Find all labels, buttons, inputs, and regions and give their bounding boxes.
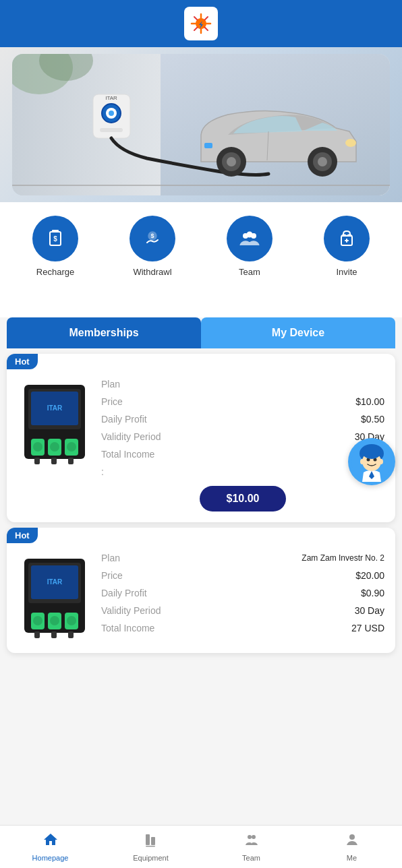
svg-point-27	[345, 139, 356, 147]
plan-card-2: Hot ITAR Plan Zam Zam Investr No. 2 Pric…	[7, 528, 395, 653]
plan-1-profit-row: Daily Profit $0.50	[101, 410, 384, 428]
plan-1-note-row: :	[101, 463, 384, 480]
svg-line-8	[194, 28, 198, 31]
svg-rect-53	[68, 458, 74, 464]
svg-rect-65	[51, 631, 57, 638]
me-nav-label: Me	[347, 854, 357, 862]
svg-point-25	[318, 157, 327, 166]
svg-line-7	[205, 17, 208, 20]
svg-rect-66	[68, 631, 74, 638]
svg-rect-77	[151, 837, 155, 845]
svg-point-37	[247, 232, 253, 238]
plan-1-buy-button[interactable]: $10.00	[200, 486, 287, 512]
homepage-icon	[42, 832, 59, 852]
withdrawl-icon: $	[130, 216, 175, 261]
invite-action[interactable]: Invite	[324, 216, 370, 277]
svg-point-22	[227, 157, 236, 166]
plan-1-income-row: Total Income 15 USD	[101, 445, 384, 463]
tab-memberships[interactable]: Memberships	[7, 317, 201, 348]
svg-text:$: $	[150, 232, 154, 239]
svg-point-80	[252, 835, 256, 839]
app-header	[0, 0, 402, 47]
svg-rect-64	[34, 631, 40, 638]
plan-2-income-row: Total Income 27 USD	[101, 619, 384, 637]
svg-rect-52	[51, 458, 57, 464]
withdrawl-label: Withdrawl	[133, 267, 171, 277]
plan-1-price-row: Price $10.00	[101, 393, 384, 410]
hot-badge-1: Hot	[7, 354, 38, 369]
plan-1-details: Plan Price $10.00 Daily Profit $0.50 Val…	[101, 375, 384, 512]
svg-line-5	[194, 17, 198, 20]
homepage-nav-label: Homepage	[32, 854, 69, 862]
team-nav-icon	[243, 832, 260, 852]
nav-me[interactable]: Me	[302, 826, 402, 867]
svg-text:ITAR: ITAR	[105, 95, 117, 101]
svg-point-59	[33, 616, 42, 625]
svg-point-17	[109, 111, 114, 116]
team-label: Team	[239, 267, 260, 277]
svg-point-74	[360, 459, 364, 464]
recharge-label: Recharge	[36, 267, 74, 277]
svg-rect-51	[34, 458, 40, 464]
bottom-navigation: Homepage Equipment Team Me	[0, 825, 402, 868]
plan-1-plan-row: Plan	[101, 375, 384, 393]
svg-point-79	[248, 835, 252, 839]
svg-line-6	[205, 28, 208, 31]
team-icon	[227, 216, 272, 261]
me-icon	[344, 832, 360, 852]
tab-my-device[interactable]: My Device	[201, 317, 395, 348]
nav-equipment[interactable]: Equipment	[100, 826, 201, 867]
plan-1-validity-row: Validity Period 30 Day	[101, 428, 384, 445]
team-nav-label: Team	[242, 854, 260, 862]
svg-point-75	[379, 459, 383, 464]
svg-point-61	[50, 616, 59, 625]
plan-2-price-row: Price $20.00	[101, 567, 384, 584]
svg-rect-78	[146, 846, 155, 847]
svg-rect-76	[146, 834, 150, 845]
svg-point-48	[50, 442, 59, 452]
withdrawl-action[interactable]: $ Withdrawl	[130, 216, 175, 277]
team-action[interactable]: Team	[227, 216, 272, 277]
plan-2-profit-row: Daily Profit $0.90	[101, 584, 384, 602]
svg-rect-28	[204, 143, 212, 148]
recharge-icon: $	[32, 216, 78, 261]
equipment-nav-label: Equipment	[133, 854, 169, 862]
bottom-padding	[0, 658, 402, 712]
plan-2-details: Plan Zam Zam Investr No. 2 Price $20.00 …	[101, 549, 384, 642]
svg-point-63	[67, 616, 76, 625]
svg-text:$: $	[53, 235, 57, 243]
plan-2-image: ITAR	[18, 552, 92, 642]
svg-point-81	[349, 834, 355, 840]
floating-support-avatar[interactable]	[348, 438, 395, 485]
spacer	[0, 297, 402, 317]
app-logo	[184, 7, 218, 40]
svg-rect-31	[52, 230, 59, 232]
invite-icon	[324, 216, 370, 261]
svg-rect-18	[100, 128, 123, 132]
plan-card-1: Hot ITAR Plan Price $10	[7, 354, 395, 522]
hero-banner: ITAR	[0, 47, 402, 202]
nav-team[interactable]: Team	[201, 826, 302, 867]
plan-2-validity-row: Validity Period 30 Day	[101, 602, 384, 619]
plan-2-plan-row: Plan Zam Zam Investr No. 2	[101, 549, 384, 567]
equipment-icon	[143, 832, 159, 852]
svg-point-50	[67, 442, 76, 452]
svg-point-73	[364, 447, 380, 455]
nav-homepage[interactable]: Homepage	[0, 826, 100, 867]
svg-point-46	[33, 442, 42, 452]
svg-text:ITAR: ITAR	[47, 404, 63, 412]
quick-actions-bar: $ Recharge $ Withdrawl Team	[0, 202, 402, 297]
hot-badge-2: Hot	[7, 528, 38, 543]
plan-1-image: ITAR	[18, 378, 92, 512]
invite-label: Invite	[336, 267, 357, 277]
recharge-action[interactable]: $ Recharge	[32, 216, 78, 277]
tab-bar: Memberships My Device	[7, 317, 395, 348]
svg-text:ITAR: ITAR	[47, 578, 63, 586]
